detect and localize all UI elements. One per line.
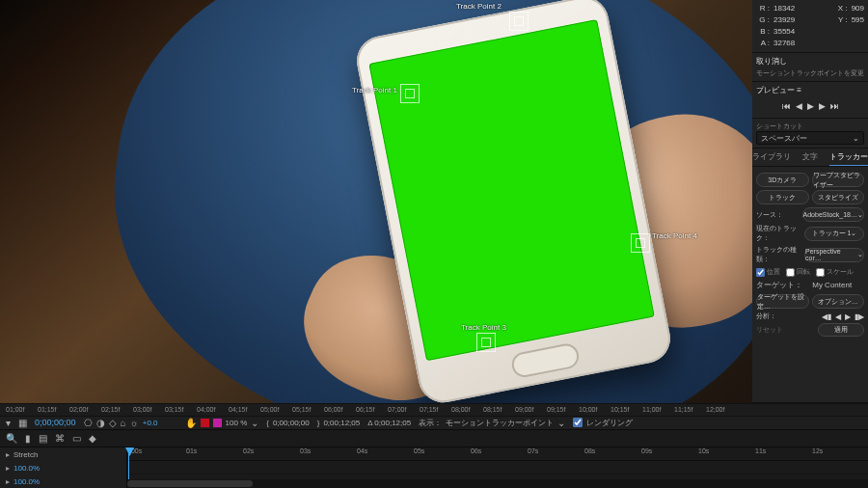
btn-3d-camera[interactable]: 3Dカメラ [756,173,809,187]
ruler-tick: 04;15f [229,406,247,413]
source-label: ソース： [756,210,783,220]
ruler-tick: 08;00f [451,406,470,413]
timeline-scrollbar[interactable] [127,479,868,488]
display-label: 表示： [419,418,442,428]
fx-icon[interactable]: ⌘ [55,433,65,444]
stretch-val-2[interactable]: 100.0% [14,477,40,486]
composition-viewer[interactable]: Track Point 1 Track Point 2 Track Point … [0,0,752,403]
footer: 01;00f01;15f02;00f02;15f03;00f03;15f04;0… [0,403,868,488]
chevron-down-icon[interactable]: ⌄ [251,418,258,428]
analyze-back-1-icon[interactable]: ◀▮ [822,312,831,321]
region-icon[interactable]: ◇ [109,418,117,428]
chevron-down-icon: ⌄ [853,134,859,143]
stretch-val-1[interactable]: 100.0% [14,464,40,473]
ruler-tick: 02;15f [101,406,120,413]
btn-track[interactable]: トラック [756,190,809,204]
ruler-tick: 02;00f [69,406,88,413]
tl-tick: 05s [414,447,424,454]
reset-label: リセット [756,325,783,335]
target-label: ターゲット： [756,280,802,291]
camera-icon[interactable]: ⌂ [121,418,126,428]
stretch-label[interactable]: Stretch [14,450,38,459]
tab-text[interactable]: 文字 [791,149,829,166]
tag-icon[interactable]: ▮ [25,433,31,444]
ruler-tick: 10;00f [579,406,597,413]
tab-library[interactable]: ライブラリ [752,149,791,166]
ruler-tick: 03;00f [133,406,151,413]
ck-position[interactable]: 位置 [756,267,780,277]
ck-scale[interactable]: スケール [816,267,854,277]
tl-tick: 06s [471,447,481,454]
info-b: 35554 [773,26,795,38]
ruler-tick: 07;00f [388,406,406,413]
ruler-tick: 09;15f [547,406,565,413]
btn-apply[interactable]: 適用 [818,323,864,337]
keyframe-icon[interactable]: ◆ [89,433,96,444]
current-timecode[interactable]: 0;00;00;00 [35,418,76,427]
tl-tick: 11s [755,447,766,454]
display-value[interactable]: モーショントラッカーポイント [446,418,554,428]
analyze-fwd-icon[interactable]: ▶ [845,312,851,321]
tl-tick: 01s [186,447,197,454]
track-type-dropdown[interactable]: Perspective cor… ⌄ [804,248,864,262]
ruler-tick: 11;00f [642,406,661,413]
btn-set-target[interactable]: ターゲットを設定… [756,294,809,309]
shortcut-label: ショートカット [756,122,864,131]
current-track-dropdown[interactable]: トラッカー 1 ⌄ [804,227,864,241]
analyze-fwd-1-icon[interactable]: ▮▶ [854,312,864,321]
info-x: 909 [852,3,864,14]
source-dropdown[interactable]: AdobeStock_18… ⌄ [802,207,864,222]
tl-tick: 10s [698,447,709,454]
ruler-tick: 12;00f [706,406,724,413]
hand-icon[interactable]: ✋ [185,418,197,428]
dropdown-icon[interactable]: ▾ [6,418,11,428]
go-start-icon[interactable]: ⏮ [782,101,791,111]
layer-icon[interactable]: ▤ [39,433,47,444]
time-ruler[interactable]: 01;00f01;15f02;00f02;15f03;00f03;15f04;0… [0,404,868,417]
shortcut-dropdown[interactable]: スペースバー⌄ [756,131,864,145]
graph-icon[interactable]: ▭ [72,433,81,444]
ruler-tick: 10;15f [610,406,629,413]
ruler-tick: 06;15f [356,406,374,413]
tl-tick: 07s [528,447,538,454]
tl-tick: 09s [641,447,652,454]
swatch-red[interactable] [201,419,209,427]
analyze-back-icon[interactable]: ◀ [835,312,841,321]
ruler-tick: 09;00f [515,406,533,413]
ruler-tick: 05;15f [292,406,311,413]
target-value: My Content [812,280,852,291]
preview-panel-title: プレビュー ≡ [756,85,864,95]
info-a: 32768 [773,38,795,49]
info-y: 595 [852,14,864,26]
ruler-tick: 07;15f [420,406,438,413]
exposure-value[interactable]: +0.0 [143,419,158,427]
mask-icon[interactable]: ◑ [96,418,105,428]
search-icon[interactable]: 🔍 [6,433,17,444]
swatch-magenta[interactable] [213,419,222,427]
next-frame-icon[interactable]: ▶ [819,101,826,111]
zoom-value[interactable]: 100 % [226,419,248,427]
tab-tracker[interactable]: トラッカー [829,149,868,166]
tl-tick: 12s [812,447,823,454]
undo-title: 取り消し [756,56,864,67]
timeline-tracks[interactable]: :00s01s02s03s04s05s06s07s08s09s10s11s12s [127,447,868,488]
time-current[interactable]: 0;00;00;00 [273,419,310,427]
play-icon[interactable]: ▶ [807,101,814,111]
chevron-down-icon[interactable]: ⌄ [557,418,565,428]
grid-icon[interactable]: ▦ [18,418,27,428]
btn-options[interactable]: オプション… [812,294,865,309]
ruler-tick: 03;15f [165,406,183,413]
tl-tick: 08s [584,447,595,454]
time-duration[interactable]: 0;00;12;05 [323,419,360,427]
capture-icon[interactable]: ⎔ [84,418,93,428]
btn-warp-stabilizer[interactable]: ワープスタビライザー [812,173,865,187]
exposure-icon[interactable]: ☼ [130,418,139,428]
btn-stabilize[interactable]: スタビライズ [812,190,865,204]
render-checkbox[interactable]: レンダリング [573,418,633,428]
timeline-layers: ▸Stretch ▸100.0% ▸100.0% [0,447,127,488]
ruler-tick: 11;15f [674,406,692,413]
prev-frame-icon[interactable]: ◀ [796,101,802,111]
go-end-icon[interactable]: ⏭ [830,101,839,111]
ruler-tick: 08;15f [483,406,502,413]
ck-rotation[interactable]: 回転 [786,267,810,277]
